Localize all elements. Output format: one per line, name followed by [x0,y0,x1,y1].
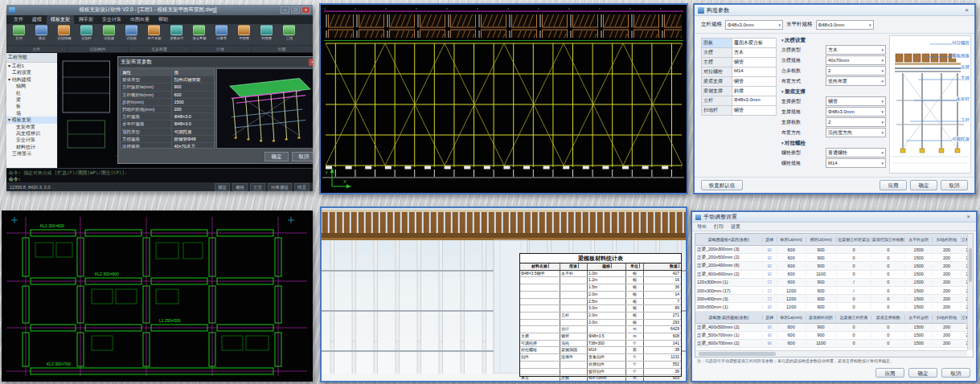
cell-sweep-height[interactable]: 200 [933,280,962,284]
status-toggle[interactable]: 捕捉 [215,183,230,191]
cell-spacing-lb[interactable]: 900 [806,280,837,284]
cell-spacing-lb[interactable]: 1100 [806,272,837,276]
cell-extra-poles[interactable]: 0 [871,296,905,301]
form-combo[interactable]: 2 [826,66,886,76]
cell-extra-poles[interactable]: 0 [871,272,905,276]
tree-item[interactable]: 柱 [6,90,57,96]
table-row[interactable]: 泛梁_600x700mm (2) ☑ 600 1100 0 0 1500 200… [695,340,973,348]
scrollbar-thumb[interactable] [969,248,972,282]
menu-item[interactable]: 导出 [697,223,707,231]
cell-edge-distance[interactable]: 0 [837,333,872,337]
category-row[interactable]: 梁底支撑 钢管 [701,76,777,87]
maximize-button[interactable]: □ [291,6,300,14]
status-toggle[interactable]: 对象捕捉 [268,183,292,191]
cell-spacing-la[interactable]: 600 [777,247,806,252]
table-row[interactable]: 泛梁_200x400mm (6) ☑ 600 900 0 0 1500 200 … [695,262,973,270]
status-toggle[interactable]: 栅格 [232,183,248,191]
pole-spec-combo[interactable]: Φ48x3.0mm [725,20,783,30]
cell-spacing-lb[interactable]: 900 [806,296,837,301]
horizontal-scrollbar[interactable] [695,350,967,357]
status-toggle[interactable]: 线宽 [294,183,310,191]
form-combo[interactable]: M14 [826,158,886,168]
property-value[interactable]: 1500 [172,99,214,105]
table-row[interactable]: 泛梁_200x300mm (3) ☑ 600 900 0 0 1500 200 … [695,246,973,254]
form-combo[interactable]: 2 [826,117,886,127]
property-value[interactable]: 可调托座 [172,129,214,135]
ribbon-tab[interactable]: 帮助 [154,15,172,24]
tree-item[interactable]: 轴网 [6,83,57,89]
scaffold-3d-preview[interactable] [216,68,313,149]
cell-spacing-lb[interactable]: 900 [806,247,837,252]
dialog-button[interactable]: 应用 [880,180,907,190]
dialog-close-icon[interactable]: × [962,6,971,14]
dialog-button[interactable]: 确定 [910,180,937,190]
table-row[interactable]: 200x300mm (17) ☐ 1200 900 / 0 1500 200 2 [695,287,973,295]
cell-checkbox[interactable]: ☑ [763,325,777,329]
cell-sweep-height[interactable]: 200 [933,288,962,293]
property-value[interactable]: 600 [172,92,214,98]
property-value[interactable]: 40×70木方 [172,143,214,149]
cell-spacing-lb[interactable]: 900 [806,333,837,337]
category-row[interactable]: 立杆 Φ48x3.0mm [701,96,777,106]
cell-checkbox[interactable]: ☑ [763,247,777,252]
cell-sweep-height[interactable]: 200 [933,325,962,329]
category-row[interactable]: 面板 覆面木胶合板 [701,38,777,48]
cad-elevation-drawing[interactable]: Y X [321,5,687,193]
cell-checkbox[interactable]: ☐ [763,296,777,301]
cell-step[interactable]: 1500 [905,247,933,252]
minimize-button[interactable]: – [281,6,289,14]
table-row[interactable]: 200x400mm (3) ☐ 1200 900 0 0 1500 200 2 [695,295,973,303]
dialog-titlebar[interactable]: 构造参数 × [695,5,974,16]
cell-edge-distance[interactable]: 0 [837,247,872,252]
category-row[interactable]: 次楞 方木 [701,47,777,58]
cell-edge-distance[interactable]: 0 [837,272,872,276]
cell-edge-distance[interactable]: 0 [837,304,872,309]
cell-checkbox[interactable]: ☐ [763,288,777,293]
group-header[interactable]: 梁底支撑 [781,87,886,96]
ribbon-tab[interactable]: 文件 [10,15,27,24]
property-row[interactable]: 主楞规格 双钢管Φ48 [121,136,214,143]
property-value[interactable]: 扣件式钢管架 [172,76,214,83]
dialog-button[interactable]: 应用 [875,368,904,378]
menu-item[interactable]: 设置 [731,223,740,231]
cell-step[interactable]: 1500 [905,288,933,293]
ribbon-tab[interactable]: 脚手架 [75,15,97,24]
menu-item[interactable]: 打印 [714,223,724,231]
cad-plan-drawing[interactable]: KL1 300×600 KL2 300×600 L1 250×500 KL3 3… [2,210,313,382]
ribbon-tab[interactable]: 建模 [28,15,46,24]
ribbon-button[interactable]: 计算书 [211,25,232,45]
cell-spacing-la[interactable]: 600 [777,272,806,276]
ribbon-button[interactable]: 平面图 [233,25,255,45]
cell-checkbox[interactable]: ☑ [763,263,777,268]
form-combo[interactable]: 方木 [826,45,886,55]
cell-step[interactable]: 1500 [905,325,933,329]
property-row[interactable]: 扫地杆距地(mm) 200 [121,106,214,113]
category-row[interactable]: 扫地杆 钢管 [701,105,777,116]
dialog-button[interactable]: 确定 [908,368,937,378]
cell-sweep-height[interactable]: 200 [933,304,962,309]
ribbon-button[interactable]: 识别轴网 [53,25,75,45]
ribbon-button[interactable]: 识别梁 [98,25,120,45]
category-row[interactable]: 对拉螺栓 M14 [701,67,777,77]
ribbon-button[interactable]: 剖面图 [256,25,277,45]
drawing-canvas[interactable]: 支架布置参数 × 属性值 架体类型 扣件式钢管架 立杆纵距la(mm) [58,53,313,168]
cell-spacing-la[interactable]: 600 [777,333,806,337]
property-row[interactable]: 立杆规格 Φ48×3.0 [121,113,214,121]
ribbon-button[interactable]: 打开 [8,25,30,45]
form-combo[interactable]: 普通螺栓 [826,148,886,157]
cell-spacing-la[interactable]: 1200 [777,304,806,309]
cell-extra-poles[interactable]: 0 [871,263,905,268]
cell-spacing-lb[interactable]: 900 [806,255,837,260]
cell-checkbox[interactable]: ☐ [763,280,777,284]
cell-edge-distance[interactable]: 0 [837,263,872,268]
cell-step[interactable]: 1500 [905,341,933,345]
property-row[interactable]: 架体类型 扣件式钢管架 [121,76,214,84]
group-header[interactable]: 对拉螺栓 [781,138,886,148]
cell-checkbox[interactable]: ☑ [763,341,777,345]
cell-step[interactable]: 1500 [905,296,933,301]
cell-sweep-height[interactable]: 200 [933,272,962,276]
form-combo[interactable]: 沿跨度方向 [826,128,886,137]
table-row[interactable]: 泛梁_500x700mm (1) ☑ 600 900 0 0 1500 200 … [695,332,973,340]
tree-item[interactable]: 墙 [6,110,57,116]
cell-checkbox[interactable]: ☑ [763,304,777,309]
